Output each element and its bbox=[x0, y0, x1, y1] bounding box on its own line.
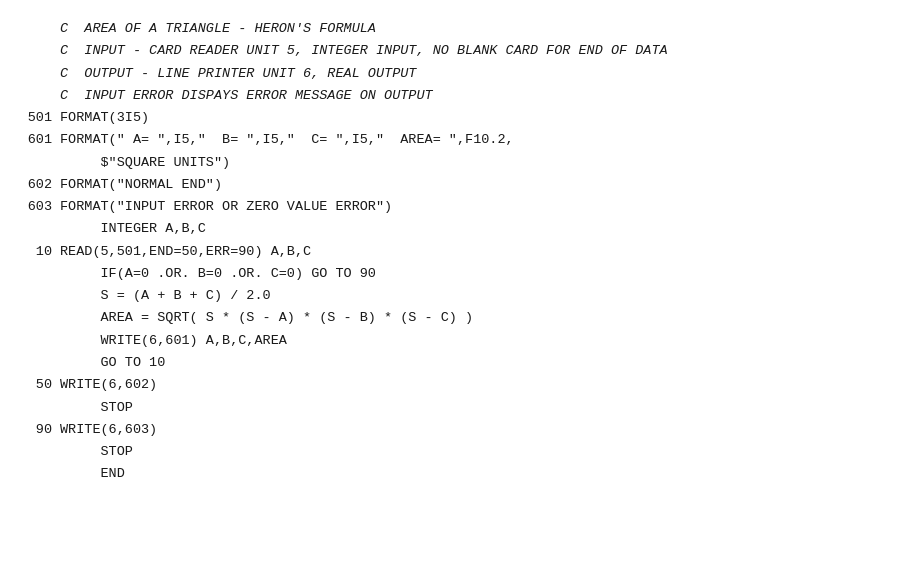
line-number: 601 bbox=[20, 129, 60, 151]
code-line: WRITE(6,601) A,B,C,AREA bbox=[20, 330, 880, 352]
line-content: STOP bbox=[60, 397, 880, 419]
line-content: FORMAT("INPUT ERROR OR ZERO VALUE ERROR"… bbox=[60, 196, 880, 218]
line-number bbox=[20, 63, 60, 85]
code-line: $"SQUARE UNITS") bbox=[20, 152, 880, 174]
code-line: STOP bbox=[20, 441, 880, 463]
line-content: C INPUT - CARD READER UNIT 5, INTEGER IN… bbox=[60, 40, 880, 62]
code-line: C INPUT ERROR DISPAYS ERROR MESSAGE ON O… bbox=[20, 85, 880, 107]
line-content: FORMAT(3I5) bbox=[60, 107, 880, 129]
line-content: FORMAT(" A= ",I5," B= ",I5," C= ",I5," A… bbox=[60, 129, 880, 151]
code-line: END bbox=[20, 463, 880, 485]
line-content: INTEGER A,B,C bbox=[60, 218, 880, 240]
code-container: C AREA OF A TRIANGLE - HERON'S FORMULAC … bbox=[0, 0, 900, 579]
line-number bbox=[20, 40, 60, 62]
line-number: 90 bbox=[20, 419, 60, 441]
line-content: $"SQUARE UNITS") bbox=[60, 152, 880, 174]
line-content: STOP bbox=[60, 441, 880, 463]
line-number bbox=[20, 441, 60, 463]
line-number bbox=[20, 463, 60, 485]
line-number: 603 bbox=[20, 196, 60, 218]
code-line: INTEGER A,B,C bbox=[20, 218, 880, 240]
line-number bbox=[20, 85, 60, 107]
code-line: 90WRITE(6,603) bbox=[20, 419, 880, 441]
line-number: 50 bbox=[20, 374, 60, 396]
line-content: C INPUT ERROR DISPAYS ERROR MESSAGE ON O… bbox=[60, 85, 880, 107]
line-number bbox=[20, 152, 60, 174]
line-content: READ(5,501,END=50,ERR=90) A,B,C bbox=[60, 241, 880, 263]
code-line: STOP bbox=[20, 397, 880, 419]
code-line: 10READ(5,501,END=50,ERR=90) A,B,C bbox=[20, 241, 880, 263]
line-content: GO TO 10 bbox=[60, 352, 880, 374]
code-line: C AREA OF A TRIANGLE - HERON'S FORMULA bbox=[20, 18, 880, 40]
line-content: AREA = SQRT( S * (S - A) * (S - B) * (S … bbox=[60, 307, 880, 329]
line-content: C AREA OF A TRIANGLE - HERON'S FORMULA bbox=[60, 18, 880, 40]
line-content: C OUTPUT - LINE PRINTER UNIT 6, REAL OUT… bbox=[60, 63, 880, 85]
line-content: S = (A + B + C) / 2.0 bbox=[60, 285, 880, 307]
line-content: END bbox=[60, 463, 880, 485]
line-number bbox=[20, 285, 60, 307]
line-number bbox=[20, 307, 60, 329]
code-line: C OUTPUT - LINE PRINTER UNIT 6, REAL OUT… bbox=[20, 63, 880, 85]
line-number bbox=[20, 330, 60, 352]
code-line: 602FORMAT("NORMAL END") bbox=[20, 174, 880, 196]
line-number bbox=[20, 18, 60, 40]
line-number bbox=[20, 397, 60, 419]
line-number bbox=[20, 218, 60, 240]
code-line: S = (A + B + C) / 2.0 bbox=[20, 285, 880, 307]
line-number: 501 bbox=[20, 107, 60, 129]
code-line: 603FORMAT("INPUT ERROR OR ZERO VALUE ERR… bbox=[20, 196, 880, 218]
line-number: 10 bbox=[20, 241, 60, 263]
line-content: WRITE(6,603) bbox=[60, 419, 880, 441]
line-number bbox=[20, 263, 60, 285]
code-line: IF(A=0 .OR. B=0 .OR. C=0) GO TO 90 bbox=[20, 263, 880, 285]
code-line: 601FORMAT(" A= ",I5," B= ",I5," C= ",I5,… bbox=[20, 129, 880, 151]
line-content: IF(A=0 .OR. B=0 .OR. C=0) GO TO 90 bbox=[60, 263, 880, 285]
code-line: 501FORMAT(3I5) bbox=[20, 107, 880, 129]
line-content: FORMAT("NORMAL END") bbox=[60, 174, 880, 196]
line-number bbox=[20, 352, 60, 374]
code-line: AREA = SQRT( S * (S - A) * (S - B) * (S … bbox=[20, 307, 880, 329]
code-line: C INPUT - CARD READER UNIT 5, INTEGER IN… bbox=[20, 40, 880, 62]
code-line: 50WRITE(6,602) bbox=[20, 374, 880, 396]
code-line: GO TO 10 bbox=[20, 352, 880, 374]
line-content: WRITE(6,602) bbox=[60, 374, 880, 396]
line-number: 602 bbox=[20, 174, 60, 196]
line-content: WRITE(6,601) A,B,C,AREA bbox=[60, 330, 880, 352]
